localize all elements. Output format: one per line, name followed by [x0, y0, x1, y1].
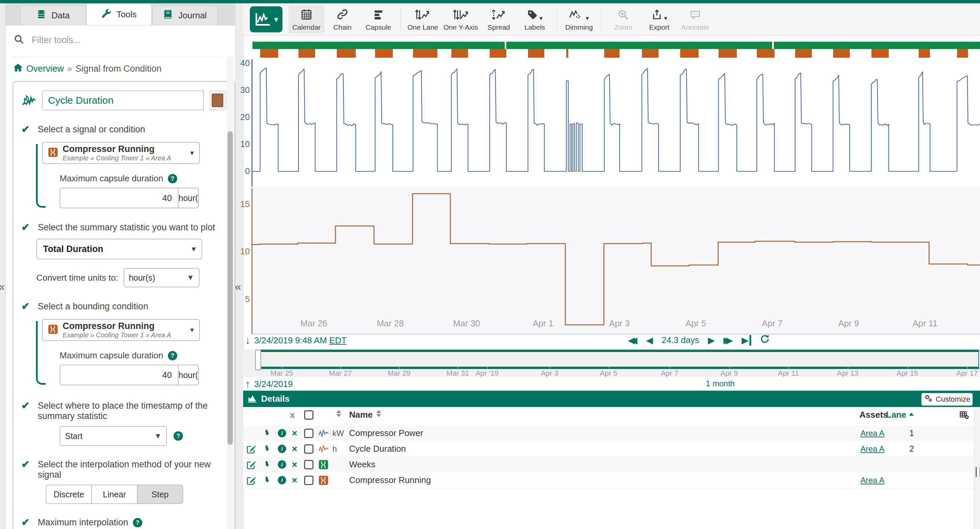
asset-link[interactable]: Area A — [861, 472, 885, 488]
info-icon[interactable]: i — [278, 457, 286, 472]
weeks-capsule-lane[interactable] — [253, 41, 980, 49]
row-checkbox[interactable] — [304, 441, 313, 457]
edit-icon[interactable] — [246, 472, 256, 488]
item-name[interactable]: Weeks — [349, 457, 375, 472]
remove-icon[interactable]: × — [292, 457, 297, 472]
row-checkbox[interactable] — [304, 472, 313, 488]
toolbar-one-lane-button[interactable]: One Lane — [405, 5, 441, 33]
timestamp-dropdown[interactable]: Start ▼ — [60, 426, 167, 446]
timeline-selection[interactable] — [258, 350, 979, 369]
refresh-icon[interactable] — [760, 334, 770, 346]
item-name[interactable]: Cycle Duration — [349, 441, 406, 457]
edit-icon[interactable] — [246, 457, 256, 472]
resize-handle-icon[interactable] — [976, 467, 980, 477]
condition-dropdown[interactable]: Compressor Running Example » Cooling Tow… — [42, 142, 200, 164]
toolbar-calendar-button[interactable]: Calendar — [288, 5, 325, 33]
result-name-input[interactable] — [42, 90, 204, 110]
toolbar-capsule-button[interactable]: Capsule — [360, 5, 396, 33]
details-right-gutter[interactable] — [974, 407, 980, 529]
toolbar-spread-button[interactable]: Spread — [480, 5, 517, 33]
help-icon[interactable]: ? — [133, 518, 142, 527]
toolbar-dimming-button[interactable]: ▾Dimming — [561, 5, 597, 33]
timeline-scrubber[interactable]: Mar 25Mar 27Mar 29Mar 31Apr '19Apr 3Apr … — [243, 349, 980, 377]
add-column-icon[interactable] — [959, 407, 969, 423]
item-name[interactable]: Compressor Running — [349, 472, 431, 488]
edit-icon[interactable] — [246, 441, 256, 457]
bounding-max-value-input[interactable] — [60, 365, 178, 385]
step-back-icon[interactable]: ◀ — [646, 335, 653, 346]
toolbar-chain-button[interactable]: Chain — [325, 5, 360, 33]
remove-icon[interactable]: × — [292, 441, 297, 457]
left-collapse-strip[interactable]: « — [0, 3, 6, 529]
step-forward-icon[interactable]: ▶ — [708, 335, 715, 346]
row-checkbox[interactable] — [304, 425, 313, 441]
rocket-icon[interactable] — [262, 472, 272, 488]
sort-lane-asc-icon[interactable] — [909, 413, 914, 416]
bounding-condition-group: Compressor Running Example » Cooling Tow… — [36, 319, 226, 386]
interp-option-discrete[interactable]: Discrete — [46, 485, 91, 504]
asset-link[interactable]: Area A — [861, 441, 885, 457]
compressor-power-plot[interactable] — [253, 50, 980, 188]
interp-option-step[interactable]: Step — [137, 485, 183, 504]
filter-tools-input[interactable] — [31, 35, 205, 46]
timeline-left-handle[interactable] — [255, 350, 261, 370]
rocket-icon[interactable] — [262, 441, 272, 457]
toolbar-labels-button[interactable]: ▾Labels — [517, 5, 553, 33]
timeline-tick-label: Apr '19 — [464, 369, 510, 378]
sort-name-control[interactable] — [376, 410, 381, 417]
remove-all-icon[interactable]: x — [290, 407, 295, 423]
column-name[interactable]: Name — [349, 407, 373, 423]
range-duration[interactable]: 24.3 days — [662, 335, 699, 345]
max-capsule-value-input[interactable] — [60, 188, 178, 208]
info-icon[interactable]: i — [278, 441, 286, 457]
toolbar-one-y-axis-button[interactable]: One Y-Axis — [441, 5, 480, 33]
help-icon[interactable]: ? — [173, 431, 183, 441]
step-back-double-icon[interactable]: ◀◀ — [628, 335, 638, 346]
x-axis-tick: Apr 11 — [898, 318, 952, 329]
caret-down-icon: ▾ — [539, 14, 542, 22]
item-name[interactable]: Compressor Power — [349, 425, 423, 441]
rocket-icon[interactable] — [262, 457, 272, 472]
panel-scrollbar-thumb[interactable] — [228, 131, 233, 445]
column-assets[interactable]: Assets — [859, 407, 888, 423]
collapse-left-icon[interactable]: « — [0, 280, 5, 292]
bounding-condition-dropdown[interactable]: Compressor Running Example » Cooling Tow… — [42, 319, 200, 341]
row-checkbox[interactable] — [304, 457, 313, 472]
sort-type-control[interactable] — [336, 410, 341, 417]
remove-icon[interactable]: × — [292, 425, 297, 441]
trend-view-button[interactable]: ▾ — [250, 6, 283, 32]
home-icon[interactable] — [13, 63, 23, 75]
details-icon — [247, 394, 257, 405]
customize-button[interactable]: Customize — [921, 393, 973, 406]
section-label-stat: Select the summary statistic you want to… — [38, 222, 215, 233]
column-lane[interactable]: Lane — [886, 407, 906, 423]
step-to-end-icon[interactable]: ▶ — [741, 335, 751, 346]
timeline-window-label[interactable]: 1 month — [706, 379, 735, 388]
info-icon[interactable]: i — [278, 472, 286, 488]
select-all-checkbox[interactable] — [304, 407, 313, 423]
tab-tools[interactable]: Tools — [86, 3, 151, 25]
unit-dropdown[interactable]: hour(s)▾ — [178, 188, 199, 208]
panel-divider[interactable]: « — [235, 3, 243, 529]
x-axis-tick: Apr 1 — [516, 318, 570, 329]
statistic-dropdown[interactable]: Total Duration ▾ — [36, 239, 202, 259]
asset-link[interactable]: Area A — [861, 425, 885, 441]
timezone-link[interactable]: EDT — [329, 335, 347, 345]
remove-icon[interactable]: × — [292, 472, 297, 488]
rocket-icon[interactable] — [262, 425, 272, 441]
help-icon[interactable]: ? — [168, 351, 177, 360]
convert-units-dropdown[interactable]: hour(s) ▼ — [124, 268, 199, 287]
unit-dropdown[interactable]: hour(s)▾ — [178, 365, 199, 385]
help-icon[interactable]: ? — [168, 174, 177, 183]
tab-journal[interactable]: Journal — [152, 5, 218, 25]
collapse-panel-icon[interactable]: « — [235, 280, 241, 292]
timeline-footer: ↑ 3/24/2019 1 month — [243, 377, 980, 391]
info-icon[interactable]: i — [278, 425, 286, 441]
step-forward-double-icon[interactable]: ▶▶ — [724, 335, 733, 346]
breadcrumb-overview-link[interactable]: Overview — [26, 64, 64, 74]
toolbar-export-button[interactable]: ▾Export — [641, 5, 677, 33]
tab-data[interactable]: Data — [20, 5, 86, 25]
caret-down-icon: ▾ — [585, 14, 589, 22]
cycle-duration-plot[interactable] — [253, 186, 980, 336]
interp-option-linear[interactable]: Linear — [91, 485, 137, 504]
